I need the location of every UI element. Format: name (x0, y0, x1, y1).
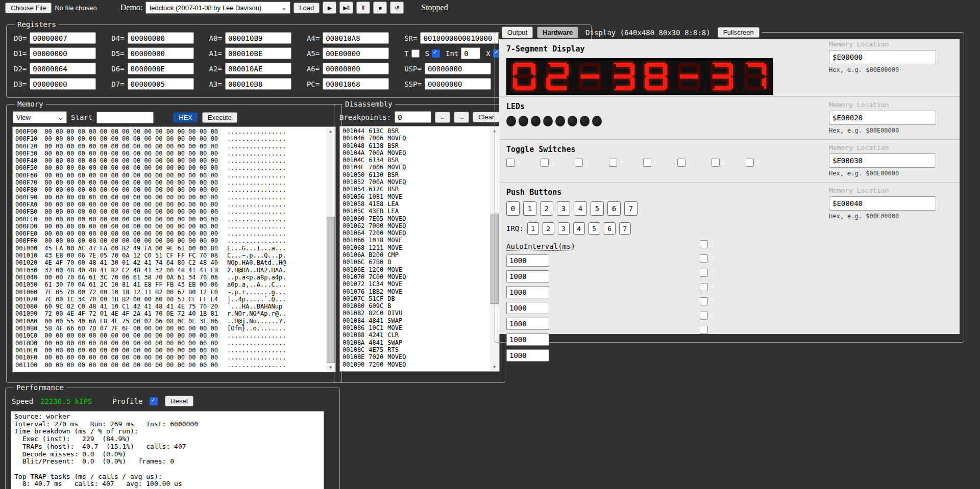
auto-interval-checkbox[interactable] (700, 269, 708, 277)
auto-interval-input-7[interactable] (506, 349, 549, 362)
memory-hex: 00 00 70 0A 61 3C 70 06 61 38 70 0A 61 3… (44, 274, 218, 281)
run-button[interactable]: ▶ (323, 2, 336, 14)
auto-interval-checkbox[interactable] (700, 240, 708, 248)
toggle-checkbox[interactable] (712, 159, 720, 167)
register-d4-input[interactable] (128, 32, 194, 44)
disassembly-listbox[interactable]: 001044613CBSR0010467006MOVEQ0010486138BS… (339, 126, 500, 372)
pause-button[interactable]: ‖ (356, 2, 370, 14)
irq-button-7[interactable]: 7 (619, 222, 631, 235)
toggle-checkbox[interactable] (746, 159, 754, 167)
breakpoints-input[interactable] (395, 111, 431, 123)
register-label: D1= (14, 49, 27, 58)
toggle-checkbox[interactable] (643, 159, 651, 167)
register-d5-input[interactable] (128, 47, 194, 59)
execute-button[interactable]: Execute (202, 112, 237, 123)
int-level-input[interactable] (461, 47, 480, 59)
reset-button[interactable]: ↺ (390, 2, 404, 14)
choose-file-button[interactable]: Choose File (5, 3, 52, 13)
auto-interval-checkbox[interactable] (700, 297, 708, 305)
toggle-checkbox[interactable] (541, 159, 549, 167)
hex-button[interactable]: HEX (173, 112, 198, 123)
auto-interval-input-3[interactable] (506, 286, 549, 298)
irq-button-6[interactable]: 6 (604, 222, 616, 235)
chevron-down-icon: ⌄ (282, 5, 286, 11)
memory-location-input[interactable] (829, 50, 936, 64)
breakpoint-prev-button[interactable]: ← (435, 112, 450, 123)
auto-interval-checkbox[interactable] (700, 326, 708, 334)
auto-interval-input-5[interactable] (506, 318, 549, 330)
register-d1-input[interactable] (30, 47, 96, 59)
register-d2-input[interactable] (30, 63, 96, 74)
irq-button-5[interactable]: 5 (589, 222, 600, 235)
irq-button-2[interactable]: 2 (543, 222, 554, 235)
push-buttons-section: Push Buttons 01234567 IRQ: 1234567 AutoI… (499, 182, 960, 334)
register-a0-input[interactable] (225, 32, 291, 44)
auto-interval-checkbox[interactable] (700, 254, 708, 263)
tab-hardware[interactable]: Hardware (537, 27, 578, 38)
register-d3-input[interactable] (30, 78, 96, 90)
push-button-6[interactable]: 6 (607, 201, 621, 216)
register-usp-input[interactable] (425, 63, 491, 74)
irq-button-4[interactable]: 4 (573, 222, 585, 235)
push-button-0[interactable]: 0 (506, 201, 520, 216)
push-button-5[interactable]: 5 (591, 201, 604, 216)
auto-interval-checkbox[interactable] (700, 312, 708, 320)
demo-select[interactable]: ledclock (2007-01-08 by Lee Davison) ⌄ (145, 2, 290, 14)
register-cell: D6= (111, 63, 193, 74)
flag-s-checkbox[interactable] (432, 49, 440, 58)
scroll-down-icon[interactable]: ▼ (490, 363, 499, 371)
memory-row: 00105061 30 70 0A 61 2C 10 81 41 E8 FF F… (15, 281, 326, 288)
irq-button-1[interactable]: 1 (527, 222, 539, 235)
memory-location-input[interactable] (829, 111, 936, 125)
stop-button[interactable]: ■ (373, 2, 387, 14)
register-pc-input[interactable] (323, 78, 389, 90)
toggle-checkbox[interactable] (609, 159, 617, 167)
disasm-mnemonic: BSR (387, 157, 399, 164)
toggle-checkbox[interactable] (575, 159, 583, 167)
push-button-4[interactable]: 4 (574, 201, 587, 216)
register-d6-input[interactable] (128, 63, 194, 74)
register-sr-input[interactable] (420, 32, 499, 44)
register-d0-input[interactable] (30, 32, 96, 44)
memory-view-select[interactable]: View ⌄ (13, 111, 67, 123)
register-a2-input[interactable] (225, 63, 291, 74)
disassembly-row: 0010506130BSR (342, 171, 489, 178)
breakpoint-next-button[interactable]: → (454, 112, 469, 123)
register-a5-input[interactable] (323, 47, 389, 59)
profile-checkbox[interactable] (150, 397, 158, 405)
toggle-checkbox[interactable] (506, 159, 514, 167)
load-button[interactable]: Load (293, 3, 320, 13)
memory-listbox[interactable]: 000F0000 00 00 00 00 00 00 00 00 00 00 0… (12, 126, 336, 372)
push-button-2[interactable]: 2 (540, 201, 553, 216)
reset-stats-button[interactable]: Reset (165, 396, 193, 406)
disasm-address: 001052 (342, 178, 364, 186)
fullscreen-button[interactable]: Fullscreen (718, 27, 760, 38)
disasm-address: 00108A (342, 339, 364, 346)
memory-location-input[interactable] (829, 196, 936, 211)
auto-interval-input-6[interactable] (506, 333, 549, 346)
register-a6-input[interactable] (323, 63, 389, 74)
toggle-checkbox[interactable] (677, 159, 685, 167)
flag-t-checkbox[interactable] (411, 49, 420, 58)
memory-location-input[interactable] (829, 153, 936, 168)
step-button[interactable]: ▶‖ (339, 2, 353, 14)
auto-interval-input-4[interactable] (506, 302, 549, 314)
tab-output[interactable]: Output (502, 27, 533, 38)
auto-interval-checkbox[interactable] (700, 283, 708, 291)
disasm-opcode: 613C (369, 127, 383, 135)
register-d7-input[interactable] (128, 78, 194, 90)
push-button-7[interactable]: 7 (624, 201, 638, 216)
memory-ascii: ................ (227, 362, 286, 369)
register-a1-input[interactable] (225, 47, 291, 59)
irq-button-3[interactable]: 3 (558, 222, 570, 235)
register-a4-input[interactable] (323, 32, 389, 44)
start-input[interactable] (96, 112, 154, 123)
push-button-1[interactable]: 1 (523, 201, 536, 216)
auto-interval-input-2[interactable] (506, 270, 549, 282)
register-ssp-input[interactable] (425, 78, 491, 90)
memory-address: 000FE0 (15, 230, 37, 237)
flag-int: Int (446, 47, 480, 59)
register-a3-input[interactable] (225, 78, 291, 90)
auto-interval-input-1[interactable] (506, 254, 549, 267)
push-button-3[interactable]: 3 (557, 201, 570, 216)
